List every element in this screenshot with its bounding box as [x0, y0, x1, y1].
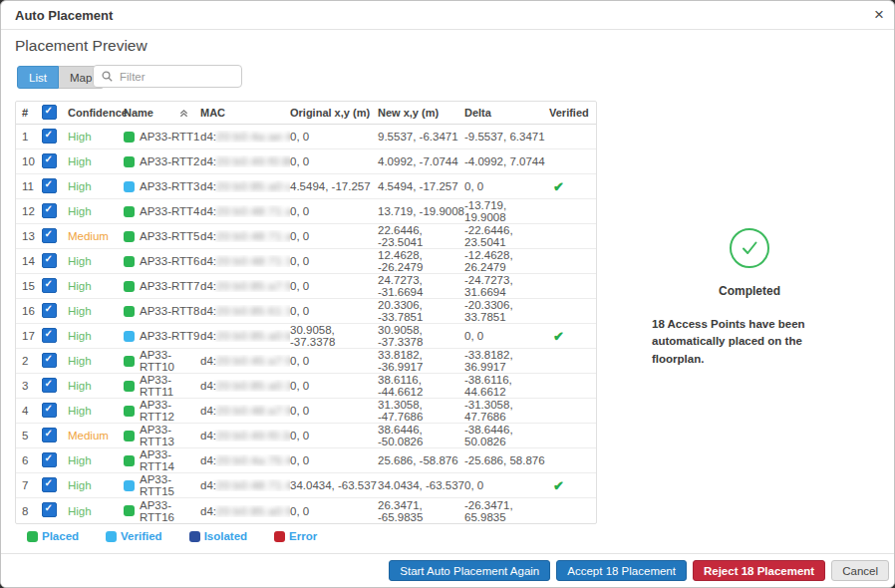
cancel-button[interactable]: Cancel: [831, 560, 889, 581]
mac-redacted: 20:b0:48:a7:98: [216, 405, 290, 417]
ap-name: AP33-RTT9: [140, 330, 200, 342]
new-xy-value: 31.3058, -47.7686: [378, 399, 464, 423]
ap-name-cell: AP33-RTT2: [124, 155, 200, 167]
mac-cell: d4:20:b0:85:a0:be: [200, 330, 290, 342]
status-dot-icon: [124, 156, 135, 167]
row-checkbox[interactable]: [42, 502, 57, 517]
col-mac[interactable]: MAC: [200, 107, 290, 119]
confidence-label: High: [68, 205, 124, 217]
list-view-button[interactable]: List: [17, 66, 59, 89]
delta-value: 0, 0: [464, 330, 549, 342]
mac-redacted: 20:b0:48:71:af: [216, 230, 290, 242]
ap-name-cell: AP33-RTT8: [124, 305, 200, 317]
original-xy-value: 0, 0: [290, 131, 378, 143]
status-dot-icon: [124, 331, 135, 342]
dialog-footer: Start Auto Placement Again Accept 18 Pla…: [1, 553, 894, 587]
col-delta[interactable]: Delta: [464, 107, 549, 119]
ap-name-cell: AP33-RTT9: [124, 330, 200, 342]
delta-value: -12.4628, 26.2479: [464, 249, 549, 273]
row-checkbox[interactable]: [42, 203, 57, 218]
confidence-label: High: [68, 180, 124, 192]
legend-label: Placed: [42, 530, 79, 542]
row-checkbox[interactable]: [42, 477, 57, 492]
row-index: 5: [22, 430, 42, 441]
col-name[interactable]: Name: [124, 107, 200, 119]
ap-name: AP33-RTT15: [140, 473, 200, 497]
delta-value: -22.6446, 23.5041: [464, 224, 549, 248]
ap-name: AP33-RTT4: [140, 205, 200, 217]
row-checkbox[interactable]: [42, 129, 57, 144]
row-checkbox[interactable]: [42, 178, 57, 193]
reject-placement-button[interactable]: Reject 18 Placement: [693, 560, 825, 581]
filter-input[interactable]: [118, 70, 241, 84]
completed-check-icon: [730, 228, 769, 268]
close-icon[interactable]: ×: [874, 5, 884, 25]
row-checkbox[interactable]: [42, 253, 57, 268]
accept-placement-button[interactable]: Accept 18 Placement: [556, 560, 687, 581]
status-dot-icon: [124, 206, 135, 217]
row-index: 2: [22, 355, 42, 367]
row-checkbox[interactable]: [42, 378, 57, 393]
verified-check-icon: ✔: [549, 478, 564, 493]
mac-cell: d4:20:b0:48:a7:98: [200, 405, 290, 417]
row-checkbox[interactable]: [42, 328, 57, 343]
row-index: 7: [22, 479, 42, 491]
row-index: 3: [22, 380, 42, 392]
col-verified[interactable]: Verified: [549, 107, 596, 119]
row-checkbox[interactable]: [42, 452, 57, 467]
row-index: 12: [22, 205, 42, 217]
row-checkbox[interactable]: [42, 278, 57, 293]
placement-table: # Confidence Name MAC Original x,y (m) N…: [15, 101, 597, 524]
row-checkbox[interactable]: [42, 428, 57, 442]
ap-name: AP33-RTT11: [140, 374, 200, 398]
modal-backdrop: Auto Placement × Placement Preview List …: [0, 0, 895, 588]
ap-name-cell: AP33-RTT16: [124, 499, 200, 523]
table-row: 15 High AP33-RTT7 d4:20:b0:85:a7:5a 0, 0…: [16, 274, 596, 299]
ap-name: AP33-RTT12: [140, 399, 200, 423]
row-checkbox[interactable]: [42, 153, 57, 168]
delta-value: -26.3471, 65.9835: [464, 499, 549, 523]
section-title: Placement Preview: [15, 37, 148, 55]
legend-label: Isolated: [204, 530, 247, 542]
ap-name: AP33-RTT1: [140, 131, 200, 143]
status-dot-icon: [124, 480, 135, 491]
row-index: 4: [22, 405, 42, 417]
original-xy-value: 0, 0: [290, 355, 378, 367]
table-row: 1 High AP33-RTT1 d4:20:b0:4a:ae:4d 0, 0 …: [16, 125, 596, 149]
row-checkbox[interactable]: [42, 353, 57, 368]
mac-redacted: 20:b0:85:a0:97: [216, 505, 290, 517]
row-index: 1: [22, 131, 42, 143]
select-all-checkbox[interactable]: [42, 105, 57, 120]
start-auto-placement-again-button[interactable]: Start Auto Placement Again: [389, 560, 550, 581]
original-xy-value: 0, 0: [290, 454, 378, 466]
confidence-label: High: [68, 405, 124, 417]
row-checkbox[interactable]: [42, 303, 57, 318]
ap-name: AP33-RTT16: [140, 499, 200, 523]
new-xy-value: 20.3306, -33.7851: [378, 299, 464, 323]
col-original-xy[interactable]: Original x,y (m): [290, 107, 378, 119]
status-dot-icon: [124, 455, 135, 466]
delta-value: -38.6116, 44.6612: [464, 374, 549, 398]
mac-cell: d4:20:b0:85:61:1b: [200, 305, 290, 317]
row-index: 15: [22, 280, 42, 292]
row-checkbox[interactable]: [42, 403, 57, 418]
mac-cell: d4:20:b0:48:71:19: [200, 255, 290, 267]
mac-cell: d4:20:b0:48:71:4b: [200, 479, 290, 491]
table-header-row: # Confidence Name MAC Original x,y (m) N…: [16, 102, 596, 125]
col-new-xy[interactable]: New x,y (m): [378, 107, 464, 119]
ap-name-cell: AP33-RTT7: [124, 280, 200, 292]
verified-check-icon: ✔: [549, 329, 564, 344]
mac-redacted: 20:b0:85:a7:5a: [216, 280, 290, 292]
col-confidence[interactable]: Confidence: [68, 107, 124, 119]
new-xy-value: 13.719, -19.9008: [378, 205, 464, 217]
row-index: 13: [22, 230, 42, 242]
row-index: 16: [22, 305, 42, 317]
new-xy-value: 38.6116, -44.6612: [378, 374, 464, 398]
row-checkbox[interactable]: [42, 228, 57, 243]
ap-name-cell: AP33-RTT11: [124, 374, 200, 398]
ap-name: AP33-RTT2: [140, 155, 200, 167]
original-xy-value: 0, 0: [290, 305, 378, 317]
row-index: 14: [22, 255, 42, 267]
confidence-label: High: [68, 330, 124, 342]
delta-value: 0, 0: [464, 180, 549, 192]
